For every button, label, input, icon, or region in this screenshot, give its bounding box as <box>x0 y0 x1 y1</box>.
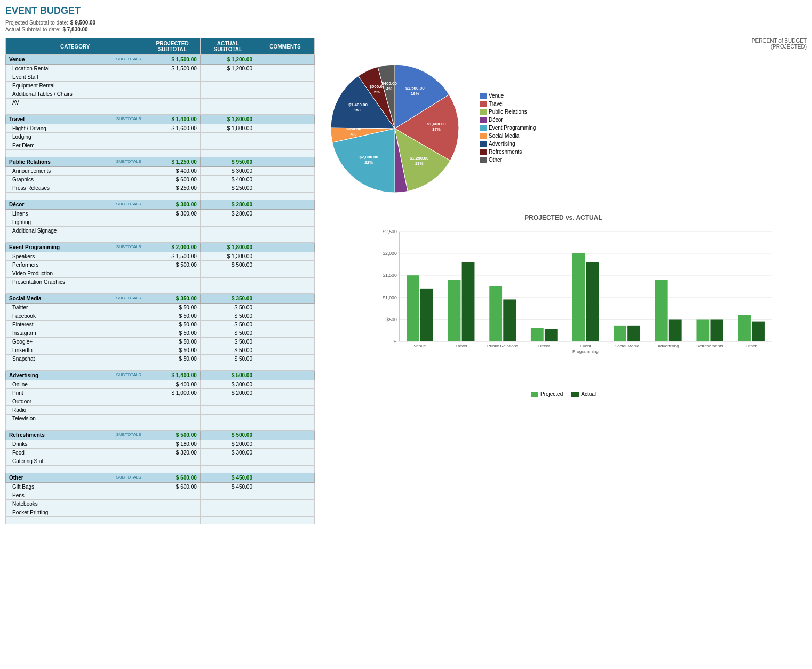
item-comments <box>256 397 314 406</box>
item-actual <box>200 406 256 415</box>
item-projected <box>145 500 200 508</box>
category-comments <box>256 55 314 65</box>
legend-item: Décor <box>480 117 536 123</box>
item-name: Additional Tables / Chairs <box>6 90 145 99</box>
item-projected: $ 1,000.00 <box>145 389 200 397</box>
item-projected <box>145 397 200 406</box>
bar-x-label: Other <box>746 344 757 348</box>
table-row: Print $ 1,000.00 $ 200.00 <box>6 389 315 397</box>
item-projected: $ 50.00 <box>145 304 200 312</box>
item-projected <box>145 99 200 107</box>
table-row: Announcements $ 400.00 $ 300.00 <box>6 167 315 176</box>
category-projected: $ 1,400.00 <box>145 115 200 124</box>
category-actual: $ 500.00 <box>200 371 256 380</box>
category-comments <box>256 200 314 210</box>
page-title: EVENT BUDGET <box>5 5 807 17</box>
legend-item: Other <box>480 157 536 163</box>
category-row: Event Programming SUBTOTALS $ 2,000.00 $… <box>6 243 315 252</box>
header-category: CATEGORY <box>6 38 145 55</box>
category-row: Advertising SUBTOTALS $ 1,400.00 $ 500.0… <box>6 371 315 380</box>
item-projected <box>145 73 200 82</box>
bar-x-label: EventProgramming <box>572 344 599 354</box>
item-actual <box>200 133 256 141</box>
item-actual <box>200 269 256 278</box>
item-projected: $ 50.00 <box>145 338 200 346</box>
item-name: Press Releases <box>6 184 145 193</box>
budget-table: CATEGORY PROJECTED SUBTOTAL ACTUAL SUBTO… <box>5 38 315 524</box>
item-projected <box>145 508 200 517</box>
item-actual: $ 1,800.00 <box>200 124 256 133</box>
item-actual: $ 280.00 <box>200 210 256 218</box>
item-projected <box>145 141 200 150</box>
item-actual: $ 50.00 <box>200 346 256 355</box>
category-row: Travel SUBTOTALS $ 1,400.00 $ 1,800.00 <box>6 115 315 124</box>
charts-section: PERCENT of BUDGET (PROJECTED) $1,500.001… <box>320 38 807 524</box>
table-row: Press Releases $ 250.00 $ 250.00 <box>6 184 315 193</box>
item-actual <box>200 397 256 406</box>
table-row: Food $ 320.00 $ 300.00 <box>6 449 315 457</box>
item-name: Snapchat <box>6 355 145 363</box>
item-projected: $ 320.00 <box>145 449 200 457</box>
y-axis-label: $500 <box>386 317 396 322</box>
category-name: Other SUBTOTALS <box>6 473 145 483</box>
item-name: Lodging <box>6 133 145 141</box>
item-projected <box>145 133 200 141</box>
bar-actual <box>669 320 682 341</box>
category-row: Venue SUBTOTALS $ 1,500.00 $ 1,200.00 <box>6 55 315 65</box>
table-row: LinkedIn $ 50.00 $ 50.00 <box>6 346 315 355</box>
category-name: Advertising SUBTOTALS <box>6 371 145 380</box>
item-comments <box>256 415 314 423</box>
table-row: Graphics $ 600.00 $ 400.00 <box>6 176 315 184</box>
item-actual <box>200 218 256 227</box>
item-comments <box>256 167 314 176</box>
item-actual: $ 300.00 <box>200 167 256 176</box>
item-actual <box>200 82 256 90</box>
item-comments <box>256 380 314 389</box>
item-comments <box>256 491 314 500</box>
y-axis-label: $1,000 <box>383 295 397 300</box>
item-actual: $ 1,300.00 <box>200 252 256 261</box>
category-projected: $ 1,400.00 <box>145 371 200 380</box>
legend-item: Venue <box>480 93 536 99</box>
item-comments <box>256 329 314 338</box>
item-projected: $ 500.00 <box>145 261 200 269</box>
item-comments <box>256 346 314 355</box>
item-projected: $ 50.00 <box>145 329 200 338</box>
category-row: Décor SUBTOTALS $ 300.00 $ 280.00 <box>6 200 315 210</box>
item-projected <box>145 278 200 286</box>
category-comments <box>256 294 314 304</box>
item-name: Flight / Driving <box>6 124 145 133</box>
item-name: Pinterest <box>6 321 145 329</box>
bar-projected <box>655 280 668 341</box>
bar-chart-container: PROJECTED vs. ACTUAL $2,500$2,000$1,500$… <box>320 214 807 397</box>
table-row: Video Production <box>6 269 315 278</box>
table-row: Performers $ 500.00 $ 500.00 <box>6 261 315 269</box>
category-projected: $ 350.00 <box>145 294 200 304</box>
table-row: Location Rental $ 1,500.00 $ 1,200.00 <box>6 65 315 73</box>
bar-projected <box>696 320 709 341</box>
category-projected: $ 1,250.00 <box>145 157 200 167</box>
item-projected <box>145 227 200 235</box>
bar-projected <box>407 275 419 341</box>
item-name: Graphics <box>6 176 145 184</box>
item-name: Presentation Graphics <box>6 278 145 286</box>
item-projected <box>145 406 200 415</box>
bar-x-label: Venue <box>413 344 426 348</box>
item-comments <box>256 65 314 73</box>
spacer-row <box>6 517 315 524</box>
table-row: Online $ 400.00 $ 300.00 <box>6 380 315 389</box>
y-axis-label: $2,000 <box>383 251 397 256</box>
category-row: Social Media SUBTOTALS $ 350.00 $ 350.00 <box>6 294 315 304</box>
bar-projected <box>531 328 544 341</box>
legend-item: Public Relations <box>480 109 536 115</box>
table-row: Pens <box>6 491 315 500</box>
header-projected: PROJECTED SUBTOTAL <box>145 38 200 55</box>
bar-actual <box>462 262 475 341</box>
table-row: Equipment Rental <box>6 82 315 90</box>
spacer-row <box>6 107 315 115</box>
item-name: Video Production <box>6 269 145 278</box>
category-projected: $ 300.00 <box>145 200 200 210</box>
table-row: Additional Tables / Chairs <box>6 90 315 99</box>
item-projected <box>145 90 200 99</box>
table-row: Outdoor <box>6 397 315 406</box>
